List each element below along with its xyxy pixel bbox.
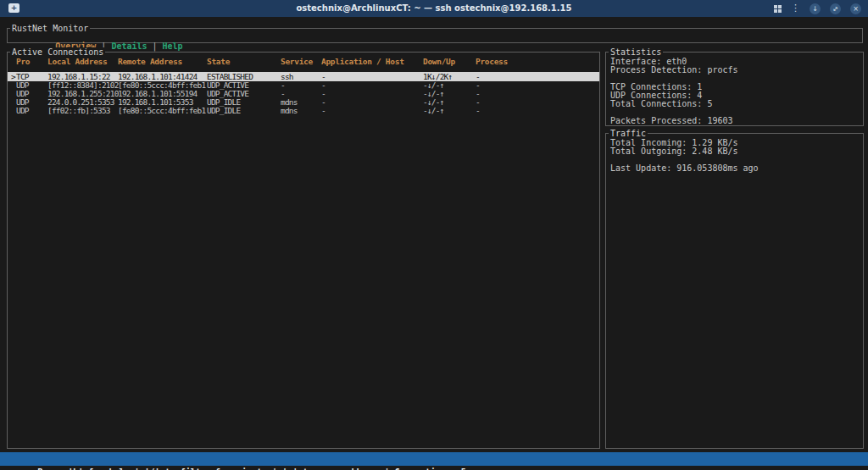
statistics-panel: Statistics Interface: eth0 Process Detec… — [605, 52, 864, 126]
app-title: RustNet Monitor — [10, 24, 90, 33]
terminal-viewport: RustNet Monitor Overview|Details|Help Ac… — [0, 17, 868, 470]
cell-service: mdns — [281, 107, 321, 115]
window-titlebar: + ostechnix@ArchlinuxCT: ~ — ssh ostechn… — [0, 0, 868, 17]
traffic-panel-title: Traffic — [609, 129, 648, 138]
traffic-panel: Traffic Total Incoming: 1.29 KB/s Total … — [605, 133, 864, 449]
screen: + ostechnix@ArchlinuxCT: ~ — ssh ostechn… — [0, 0, 868, 470]
cell-process: - — [476, 98, 599, 107]
terminal-app-icon-glyph: + — [8, 3, 19, 13]
menu-panel: RustNet Monitor Overview|Details|Help — [7, 28, 863, 43]
cell-application-host: - — [321, 81, 423, 90]
close-icon[interactable]: × — [850, 3, 861, 14]
terminal-app-icon: + — [8, 3, 19, 13]
cell-service: - — [281, 81, 321, 90]
traffic-last-update: Last Update: 916.053808ms ago — [610, 164, 863, 173]
cell-local: [ff02::fb]:5353 — [47, 107, 118, 115]
kebab-menu-icon[interactable]: ⋮ — [791, 0, 800, 17]
cell-application-host: - — [321, 98, 423, 107]
column-header-service: Service — [281, 58, 321, 66]
cell-application-host: - — [321, 90, 423, 98]
status-bar: Press 'h' for help | '/' to filter & nav… — [0, 452, 868, 466]
connections-table-header: Pro Local Address Remote Address State S… — [8, 58, 599, 66]
tab-details[interactable]: Details — [111, 41, 147, 51]
cell-state: UDP_IDLE — [207, 107, 281, 115]
cell-process: - — [476, 81, 599, 90]
cell-process: - — [476, 107, 599, 115]
minimize-icon[interactable]: ↓ — [810, 3, 821, 14]
column-header-down-up: Down/Up — [423, 58, 476, 66]
connections-panel: Active Connections Pro Local Address Rem… — [7, 52, 600, 449]
window-title: ostechnix@ArchlinuxCT: ~ — ssh ostechnix… — [0, 0, 868, 17]
column-header-application-host: Application / Host — [321, 58, 423, 66]
column-header-remote-address: Remote Address — [118, 58, 207, 66]
cell-service: ssh — [281, 72, 321, 81]
cell-process: - — [476, 90, 599, 98]
connections-panel-title: Active Connections — [10, 47, 105, 57]
connections-table-body: > TCP 192.168.1.15:22 192.168.1.101:4142… — [8, 72, 599, 115]
cell-application-host: - — [321, 72, 423, 81]
cell-pro: UDP — [16, 107, 47, 115]
column-header-process: Process — [476, 58, 599, 66]
window-controls: ⋮ ↓ ↔ × — [774, 0, 861, 17]
maximize-icon[interactable]: ↔ — [827, 1, 843, 16]
tab-help[interactable]: Help — [163, 41, 183, 51]
column-header-pro: Pro — [16, 58, 47, 66]
cell-application-host: - — [321, 107, 423, 115]
traffic-total-outgoing: Total Outgoing: 2.48 KB/s — [610, 147, 863, 156]
cell-down-up: -↓/-↑ — [423, 107, 476, 115]
stat-packets-processed: Packets Processed: 19603 — [610, 117, 863, 125]
column-header-state: State — [207, 58, 281, 66]
column-header-local-address: Local Address — [47, 58, 118, 66]
cell-process: - — [476, 72, 599, 81]
stat-total-connections: Total Connections: 5 — [610, 100, 863, 108]
workspace-grid-icon[interactable] — [774, 5, 782, 13]
cell-remote: [fe80::5ccc:4bff:feb1 — [118, 107, 207, 115]
tab-separator: | — [153, 41, 158, 51]
connection-row[interactable]: UDP [ff02::fb]:5353 [fe80::5ccc:4bff:feb… — [8, 107, 599, 115]
statistics-panel-title: Statistics — [609, 47, 663, 57]
stat-process-detection: Process Detection: procfs — [610, 66, 863, 75]
